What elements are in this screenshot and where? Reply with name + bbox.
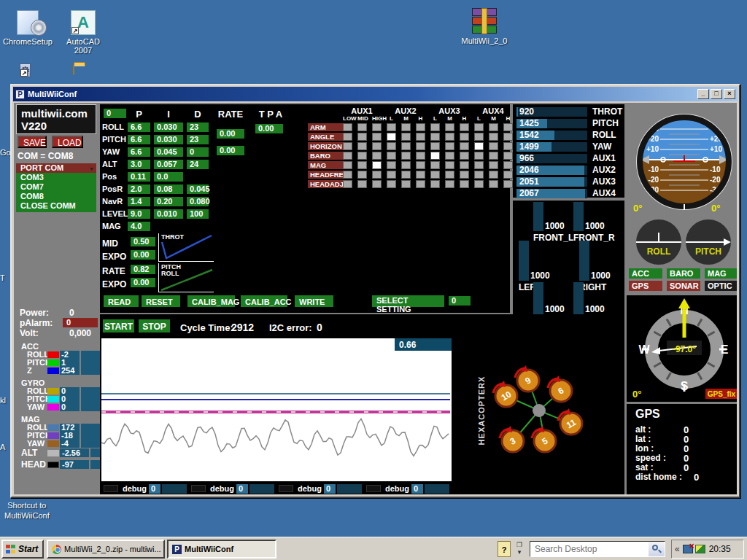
aux-checkbox[interactable] — [387, 133, 396, 141]
aux-checkbox[interactable] — [372, 123, 382, 131]
aux-checkbox[interactable] — [474, 123, 484, 131]
help-icon[interactable]: ? — [498, 541, 511, 557]
aux-checkbox[interactable] — [387, 161, 396, 169]
aux-checkbox[interactable] — [430, 142, 440, 150]
expo2-field[interactable]: 0.00 — [131, 278, 155, 287]
titlebar[interactable]: P MultiWiiConf _ □ × — [13, 87, 738, 101]
pid-i-field[interactable]: 0.010 — [154, 209, 183, 219]
aux-checkbox[interactable] — [460, 142, 469, 150]
aux-checkbox[interactable] — [503, 161, 513, 169]
aux-checkbox[interactable] — [343, 171, 352, 179]
desktop-icon-folder[interactable] — [73, 66, 74, 74]
rate-field[interactable]: 0.82 — [131, 265, 155, 274]
aux-checkbox[interactable] — [401, 161, 411, 169]
port-select-header[interactable]: PORT COM ▼ — [16, 163, 96, 173]
aux-checkbox[interactable] — [489, 152, 498, 160]
aux-checkbox[interactable] — [343, 123, 352, 131]
aux-checkbox[interactable] — [343, 142, 352, 150]
calib-mag-button[interactable]: CALIB_MAG — [187, 295, 235, 307]
aux-checkbox[interactable] — [372, 180, 382, 188]
aux-checkbox[interactable] — [357, 171, 367, 179]
aux-checkbox[interactable] — [445, 180, 454, 188]
close-button[interactable]: × — [724, 89, 735, 99]
sensor-toggle-button[interactable]: MAG — [705, 268, 737, 279]
aux-checkbox[interactable] — [489, 161, 498, 169]
pid-p-field[interactable]: 4.0 — [128, 222, 150, 231]
aux-checkbox[interactable] — [503, 142, 513, 150]
aux-checkbox[interactable] — [503, 123, 513, 131]
aux-checkbox[interactable] — [460, 180, 469, 188]
aux-checkbox[interactable] — [474, 171, 484, 179]
aux-checkbox[interactable] — [357, 180, 367, 188]
aux-checkbox[interactable] — [401, 133, 411, 141]
aux-checkbox[interactable] — [430, 180, 440, 188]
aux-checkbox[interactable] — [372, 133, 382, 141]
aux-checkbox[interactable] — [445, 123, 454, 131]
port-list-item[interactable]: CLOSE COMM — [16, 201, 96, 211]
search-input[interactable] — [530, 543, 649, 555]
aux-checkbox[interactable] — [503, 133, 513, 141]
start-button-taskbar[interactable]: Start — [1, 540, 44, 559]
pid-i-field[interactable]: 0.20 — [154, 197, 183, 206]
aux-checkbox[interactable] — [445, 133, 454, 141]
aux-checkbox[interactable] — [430, 161, 440, 169]
aux-checkbox[interactable] — [401, 171, 411, 179]
aux-checkbox[interactable] — [489, 180, 498, 188]
select-setting-button[interactable]: SELECT SETTING — [372, 295, 444, 307]
aux-checkbox[interactable] — [387, 123, 396, 131]
aux-checkbox[interactable] — [401, 152, 411, 160]
sensor-toggle-button[interactable]: BARO — [667, 268, 700, 279]
aux-checkbox[interactable] — [416, 152, 425, 160]
shortcut-label[interactable]: Shortcut to MultiWiiConf — [4, 500, 50, 521]
minimize-button[interactable]: _ — [697, 89, 709, 99]
tray-app-icon[interactable] — [695, 545, 705, 553]
aux-checkbox[interactable] — [430, 123, 440, 131]
start-button[interactable]: START — [103, 319, 134, 332]
aux-checkbox[interactable] — [474, 133, 484, 141]
show-desktop-button[interactable]: ❐▾ — [514, 541, 525, 557]
expo-field[interactable]: 0.00 — [131, 250, 155, 260]
aux-checkbox[interactable] — [503, 180, 513, 188]
aux-checkbox[interactable] — [387, 152, 396, 160]
pid-d-field[interactable]: 0.080 — [187, 197, 209, 206]
aux-checkbox[interactable] — [416, 133, 425, 141]
aux-checkbox[interactable] — [460, 161, 469, 169]
desktop-icon-multiwii-zip[interactable]: MultiWii_2_0 — [458, 4, 511, 45]
reset-button[interactable]: RESET — [142, 295, 180, 307]
aux-checkbox[interactable] — [445, 142, 454, 150]
aux-checkbox[interactable] — [489, 123, 498, 131]
aux-checkbox[interactable] — [445, 161, 454, 169]
search-icon[interactable] — [649, 542, 665, 556]
aux-checkbox[interactable] — [474, 142, 484, 150]
palarm-field[interactable]: 0 — [63, 318, 98, 327]
aux-checkbox[interactable] — [357, 133, 367, 141]
aux-checkbox[interactable] — [357, 161, 367, 169]
read-button[interactable]: READ — [104, 295, 139, 307]
pid-p-field[interactable]: 9.0 — [128, 209, 150, 219]
aux-checkbox[interactable] — [474, 180, 484, 188]
sensor-toggle-button[interactable]: ACC — [629, 268, 662, 279]
aux-checkbox[interactable] — [416, 171, 425, 179]
aux-checkbox[interactable] — [460, 171, 469, 179]
aux-checkbox[interactable] — [401, 123, 411, 131]
tray-expand-icon[interactable]: « — [675, 544, 680, 554]
task-button-multiwiiconf[interactable]: P MultiWiiConf — [167, 540, 276, 559]
aux-checkbox[interactable] — [416, 161, 425, 169]
port-list-item[interactable]: COM3 — [16, 173, 96, 182]
aux-checkbox[interactable] — [489, 171, 498, 179]
aux-checkbox[interactable] — [357, 142, 367, 150]
aux-checkbox[interactable] — [430, 133, 440, 141]
aux-checkbox[interactable] — [387, 171, 396, 179]
port-list-item[interactable]: COM7 — [16, 182, 96, 192]
aux-checkbox[interactable] — [430, 152, 440, 160]
aux-checkbox[interactable] — [474, 152, 484, 160]
aux-checkbox[interactable] — [445, 171, 454, 179]
aux-checkbox[interactable] — [372, 152, 382, 160]
aux-checkbox[interactable] — [387, 142, 396, 150]
pid-p-field[interactable]: 1.4 — [128, 197, 150, 206]
select-setting-value[interactable]: 0 — [449, 296, 471, 306]
port-select[interactable]: PORT COM ▼ COM3COM7COM8CLOSE COMM — [16, 163, 96, 212]
desktop-icon-app-shortcut[interactable]: ⚙↗ — [20, 63, 31, 79]
network-disconnected-icon[interactable] — [683, 545, 693, 553]
sensor-toggle-button[interactable]: GPS — [629, 281, 662, 291]
